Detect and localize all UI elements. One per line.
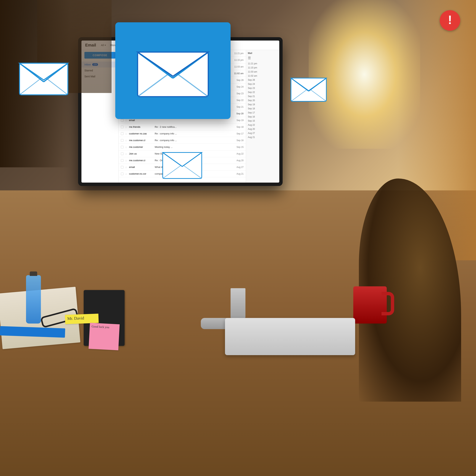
email-time: Sep 28	[231, 79, 244, 82]
table-row[interactable]: ☆ me.friends Re : 2 new notifica... Sep …	[119, 124, 246, 130]
right-panel-item: Sep 28	[248, 78, 277, 82]
exclamation-icon: !	[448, 14, 452, 26]
email-time: 11:02 am	[231, 72, 244, 75]
email-time: 11:15 pm	[231, 59, 244, 61]
envelope-svg-bottom	[162, 149, 203, 179]
email-time: Sep 21	[231, 106, 244, 108]
email-time: 11:03 am	[231, 66, 244, 68]
star-icon[interactable]: ☆	[125, 172, 128, 175]
table-row[interactable]: ☆ customer no.zas Re : company info ... …	[119, 130, 246, 137]
hamburger-icon[interactable]: ☰	[248, 56, 277, 60]
right-panel-item: Sep 17	[248, 111, 277, 115]
table-row[interactable]: ☆ me.customer.cl Re : company info ... S…	[119, 137, 246, 144]
row-checkbox[interactable]	[121, 132, 123, 135]
email-time: Aug 27	[231, 166, 244, 169]
right-panel-header: Mail	[248, 52, 277, 54]
envelope-svg-topleft	[18, 58, 70, 97]
row-checkbox[interactable]	[121, 153, 123, 155]
right-panel-item: Aug 27	[248, 131, 277, 135]
water-bottle	[26, 275, 41, 323]
email-notification-card	[115, 22, 231, 119]
monitor-stand	[231, 288, 245, 318]
right-panel-item: Sep 24	[248, 82, 277, 86]
email-time: Sep 17	[231, 132, 244, 135]
right-panel-item: Sep 20	[248, 98, 277, 102]
email-time: Aug 22	[231, 153, 244, 155]
star-icon[interactable]: ☆	[125, 146, 128, 148]
right-panel-item: Sep 18	[248, 106, 277, 111]
email-time: Sep 24	[231, 85, 244, 88]
email-time: Aug 20	[231, 159, 244, 162]
right-panel-item: Aug 22	[248, 123, 277, 127]
right-panel-item: 11:03 am	[248, 70, 277, 74]
row-checkbox[interactable]	[121, 146, 123, 148]
sticky-note-pink-text: Good luck you	[91, 325, 109, 329]
email-time: Sep 15	[231, 146, 244, 148]
sender-name: email	[129, 166, 153, 169]
row-checkbox[interactable]	[121, 119, 123, 122]
right-panel-item: Sep 21	[248, 94, 277, 98]
row-checkbox[interactable]	[121, 166, 123, 169]
sender-name: customer.no.cor	[129, 172, 153, 175]
right-panel-item: Aug 20	[248, 127, 277, 131]
sender-name: me.friends	[129, 125, 153, 128]
right-panel: Mail ☰ 11:21 pm 11:15 pm 11:03 am 11:02 …	[246, 50, 279, 183]
sender-name: email	[129, 119, 153, 122]
right-panel-item: Sep 23	[248, 86, 277, 90]
float-envelope-bottom	[162, 149, 203, 180]
email-time: Sep 18	[231, 126, 244, 128]
email-time: 11:21 pm	[231, 52, 244, 55]
email-time: Sep 20	[231, 112, 244, 115]
row-checkbox[interactable]	[121, 172, 123, 175]
coffee-mug	[353, 286, 387, 323]
star-icon[interactable]: ☆	[125, 126, 128, 128]
right-panel-item: Sep 19	[248, 102, 277, 106]
email-time: Sep 22	[231, 99, 244, 102]
star-icon[interactable]: ☆	[125, 166, 128, 169]
float-envelope-midright	[290, 74, 327, 103]
star-icon[interactable]: ☆	[125, 153, 128, 155]
right-panel-item: 11:15 pm	[248, 66, 277, 70]
sender-name: me.customer.cl	[129, 139, 153, 142]
float-envelope-topleft	[18, 58, 70, 97]
sticky-note-yellow: Mr. David	[65, 314, 99, 324]
right-panel-item: Sep 22	[248, 90, 277, 94]
sender-name: customer no.zas	[129, 132, 153, 135]
right-panel-item: Sep 16	[248, 115, 277, 119]
notification-badge: !	[440, 10, 460, 31]
sticky-note-pink: Good luck you	[88, 323, 119, 350]
keyboard	[225, 318, 355, 355]
row-checkbox[interactable]	[121, 139, 123, 142]
sender-name: me.customer	[129, 146, 153, 148]
email-time: Sep 16	[231, 139, 244, 142]
email-time: Sep 23	[231, 92, 244, 95]
sender-name: me.customer.ci	[129, 159, 153, 162]
row-checkbox[interactable]	[121, 126, 123, 128]
email-time: Aug 21	[231, 172, 244, 175]
sticky-note-text: Mr. David	[67, 316, 84, 321]
star-icon[interactable]: ☆	[125, 132, 128, 135]
large-envelope-svg	[134, 41, 212, 101]
email-subject-meeting: Meeting today ...	[155, 146, 229, 148]
email-subject: Re : company info ...	[155, 139, 229, 142]
star-icon[interactable]: ☆	[125, 139, 128, 142]
email-subject-re-company: Re : company info ...	[155, 132, 229, 135]
right-panel-item: Sep 15	[248, 119, 277, 123]
star-icon[interactable]: ☆	[125, 159, 128, 162]
right-panel-item: 11:21 pm	[248, 62, 277, 66]
right-panel-item: 11:02 am	[248, 74, 277, 78]
email-subject: Re : 2 new notifica...	[155, 125, 229, 128]
email-time: Sep 19	[231, 119, 244, 122]
envelope-svg-midright	[290, 74, 327, 102]
sender-name: Join us	[129, 152, 153, 155]
row-checkbox[interactable]	[121, 159, 123, 162]
right-panel-item: Aug 21	[248, 135, 277, 139]
star-icon[interactable]: ☆	[125, 119, 128, 122]
